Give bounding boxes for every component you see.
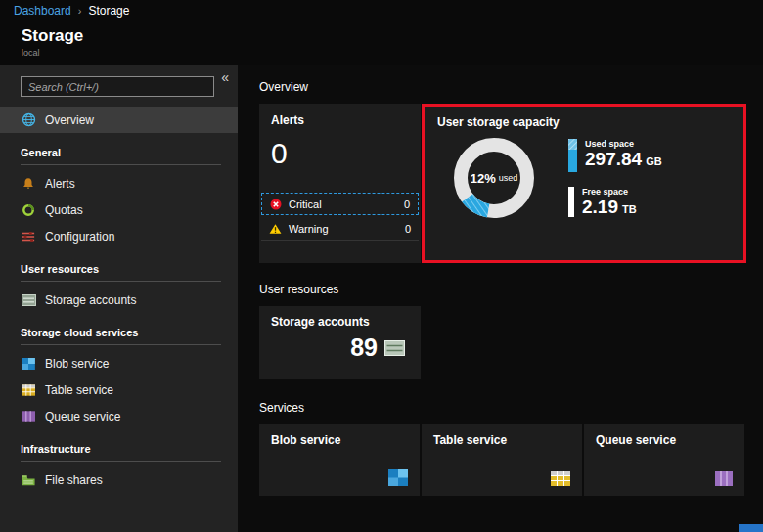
critical-count: 0 [404,199,410,210]
sidebar-item-label: Blob service [45,357,109,371]
free-space-unit: TB [622,203,637,215]
blob-service-tile[interactable]: Blob service [259,424,420,496]
breadcrumb-separator: › [78,5,82,17]
sidebar-item-label: File shares [45,473,103,487]
sidebar-item-label: Storage accounts [45,293,136,307]
sidebar-item-overview[interactable]: Overview [0,107,238,133]
search-input[interactable] [21,76,214,97]
used-space-value: 297.84 [585,150,642,170]
used-space-label: Used space [585,139,662,149]
sidebar-item-configuration[interactable]: Configuration [0,223,238,249]
breadcrumb-current: Storage [88,4,129,18]
capacity-tile-title: User storage capacity [437,115,731,129]
sidebar-section-user-resources: User resources [21,263,221,282]
services-heading: Services [259,401,763,415]
blob-icon [21,358,36,370]
critical-icon [270,199,282,210]
sidebar-item-queue-service[interactable]: Queue service [0,403,238,429]
sidebar-item-table-service[interactable]: Table service [0,377,238,403]
sidebar-section-general: General [21,147,221,165]
sidebar-item-label: Alerts [45,177,75,191]
critical-label: Critical [289,199,322,210]
globe-icon [21,112,36,127]
free-space-bar-icon [568,187,574,217]
bottom-corner-accent [739,524,763,532]
alerts-tile[interactable]: Alerts 0 Critical 0 [259,104,421,263]
critical-alerts-row[interactable]: Critical 0 [261,193,419,215]
free-space-stat: Free space 2.19 TB [568,187,662,218]
sidebar-item-quotas[interactable]: Quotas [0,197,238,223]
main-content: Overview Alerts 0 Critical 0 [238,65,763,532]
breadcrumb: Dashboard › Storage [0,0,763,21]
queue-service-icon [715,471,733,486]
queue-icon [21,411,36,422]
warning-label: Warning [289,223,329,235]
alerts-total-count: 0 [271,137,409,170]
table-service-title: Table service [433,433,570,447]
sidebar-item-label: Table service [45,383,113,397]
sliders-icon [21,230,36,244]
sidebar-item-label: Queue service [45,410,120,423]
table-service-icon [551,471,570,486]
quota-ring-icon [21,203,36,217]
blob-service-icon [388,469,408,486]
storage-accounts-count: 89 [350,335,378,360]
free-space-label: Free space [582,187,637,197]
sidebar-section-storage-cloud-services: Storage cloud services [21,327,221,345]
page-title: Storage [22,26,763,46]
used-space-bar-icon [568,139,577,172]
alerts-tile-title: Alerts [271,113,409,127]
storage-account-icon [21,294,36,306]
warning-icon [269,223,282,235]
sidebar-item-label: Overview [45,113,94,127]
sidebar-section-infrastructure: Infrastructure [21,443,221,462]
file-shares-icon [21,474,36,486]
queue-service-title: Queue service [596,433,733,447]
sidebar-item-file-shares[interactable]: File shares [0,466,238,493]
free-space-value: 2.19 [582,198,618,218]
storage-accounts-tile-title: Storage accounts [271,315,409,329]
user-resources-heading: User resources [259,283,763,296]
sidebar-item-label: Configuration [45,230,114,244]
user-storage-capacity-tile[interactable]: User storage capacity 12%used [422,104,746,263]
used-space-stat: Used space 297.84 GB [568,139,662,172]
storage-portal-screen: Dashboard › Storage Storage local « Over… [0,0,763,532]
warning-alerts-row[interactable]: Warning 0 [261,218,419,241]
queue-service-tile[interactable]: Queue service [584,424,744,496]
breadcrumb-dashboard-link[interactable]: Dashboard [14,4,71,18]
collapse-sidebar-icon[interactable]: « [221,70,229,84]
used-space-unit: GB [646,155,662,167]
donut-center-label: 12%used [447,131,541,225]
bell-icon [21,177,36,191]
sidebar-item-label: Quotas [45,203,83,217]
storage-accounts-tile[interactable]: Storage accounts 89 [259,306,421,379]
table-service-tile[interactable]: Table service [422,424,582,496]
sidebar: « Overview General Alerts [0,65,238,532]
sidebar-item-storage-accounts[interactable]: Storage accounts [0,287,238,313]
sidebar-item-alerts[interactable]: Alerts [0,170,238,197]
table-icon [21,384,36,396]
page-header: Storage local [0,21,763,65]
page-subtitle: local [22,48,763,58]
blob-service-title: Blob service [271,433,408,447]
warning-count: 0 [405,223,411,235]
storage-account-tile-icon [384,340,405,356]
sidebar-item-blob-service[interactable]: Blob service [0,350,238,377]
overview-heading: Overview [259,80,763,94]
capacity-donut-chart: 12%used [447,131,541,225]
